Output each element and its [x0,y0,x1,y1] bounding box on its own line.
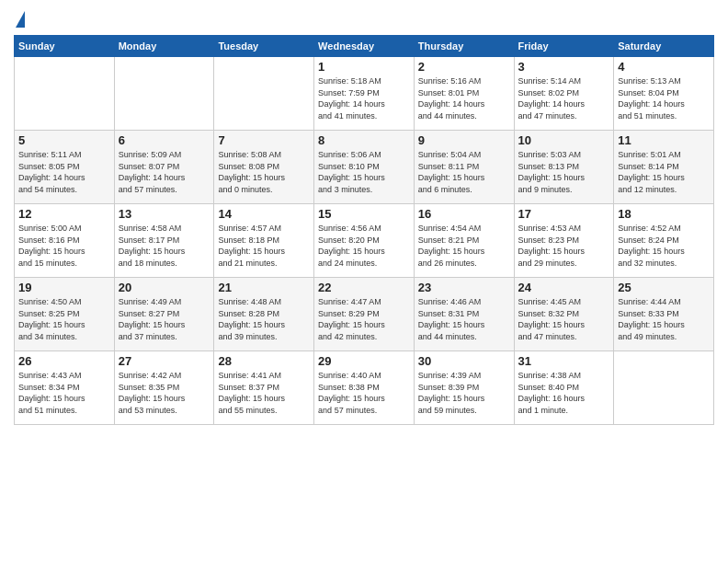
day-number: 6 [119,133,210,147]
day-number: 30 [418,354,510,368]
header-day-tuesday: Tuesday [214,36,314,57]
day-info: Sunrise: 4:49 AM Sunset: 8:27 PM Dayligh… [119,296,210,342]
day-info: Sunrise: 5:03 AM Sunset: 8:13 PM Dayligh… [518,149,610,195]
day-number: 7 [218,133,310,147]
week-row-1: 5Sunrise: 5:11 AM Sunset: 8:05 PM Daylig… [15,131,714,204]
day-number: 14 [218,207,310,221]
week-row-2: 12Sunrise: 5:00 AM Sunset: 8:16 PM Dayli… [15,204,714,278]
calendar-cell: 8Sunrise: 5:06 AM Sunset: 8:10 PM Daylig… [314,131,415,204]
calendar-cell [15,57,115,131]
day-number: 16 [418,207,510,221]
day-number: 12 [18,207,110,221]
header-day-monday: Monday [114,36,214,57]
day-info: Sunrise: 4:41 AM Sunset: 8:37 PM Dayligh… [218,370,310,416]
day-number: 4 [618,60,710,74]
day-info: Sunrise: 5:00 AM Sunset: 8:16 PM Dayligh… [18,223,110,269]
calendar-cell: 4Sunrise: 5:13 AM Sunset: 8:04 PM Daylig… [614,57,714,131]
calendar-cell: 1Sunrise: 5:18 AM Sunset: 7:59 PM Daylig… [314,57,415,131]
day-number: 31 [518,354,610,368]
page: SundayMondayTuesdayWednesdayThursdayFrid… [0,0,728,563]
calendar-cell: 23Sunrise: 4:46 AM Sunset: 8:31 PM Dayli… [414,278,514,351]
day-info: Sunrise: 5:08 AM Sunset: 8:08 PM Dayligh… [218,149,310,195]
day-info: Sunrise: 4:56 AM Sunset: 8:20 PM Dayligh… [318,223,410,269]
day-info: Sunrise: 4:57 AM Sunset: 8:18 PM Dayligh… [218,223,310,269]
day-number: 13 [119,207,210,221]
day-number: 24 [518,281,610,294]
week-row-0: 1Sunrise: 5:18 AM Sunset: 7:59 PM Daylig… [15,57,714,131]
day-number: 29 [318,354,410,368]
day-info: Sunrise: 4:52 AM Sunset: 8:24 PM Dayligh… [618,223,710,269]
calendar-cell: 9Sunrise: 5:04 AM Sunset: 8:11 PM Daylig… [414,131,514,204]
day-number: 8 [318,133,410,147]
calendar-cell: 2Sunrise: 5:16 AM Sunset: 8:01 PM Daylig… [414,57,514,131]
day-info: Sunrise: 4:50 AM Sunset: 8:25 PM Dayligh… [18,296,110,342]
day-number: 17 [518,207,610,221]
header [14,9,714,28]
calendar-cell: 16Sunrise: 4:54 AM Sunset: 8:21 PM Dayli… [414,204,514,278]
calendar-cell: 3Sunrise: 5:14 AM Sunset: 8:02 PM Daylig… [514,57,614,131]
day-info: Sunrise: 4:47 AM Sunset: 8:29 PM Dayligh… [318,296,410,342]
calendar-cell: 18Sunrise: 4:52 AM Sunset: 8:24 PM Dayli… [614,204,714,278]
day-number: 3 [518,60,610,74]
calendar-cell [614,351,714,425]
calendar-header: SundayMondayTuesdayWednesdayThursdayFrid… [15,36,714,57]
calendar-cell: 31Sunrise: 4:38 AM Sunset: 8:40 PM Dayli… [514,351,614,425]
logo-triangle-icon [16,11,25,28]
calendar-cell: 19Sunrise: 4:50 AM Sunset: 8:25 PM Dayli… [15,278,115,351]
calendar-cell [114,57,214,131]
calendar-cell: 29Sunrise: 4:40 AM Sunset: 8:38 PM Dayli… [314,351,415,425]
day-info: Sunrise: 4:39 AM Sunset: 8:39 PM Dayligh… [418,370,510,416]
calendar-cell: 17Sunrise: 4:53 AM Sunset: 8:23 PM Dayli… [514,204,614,278]
calendar-cell: 13Sunrise: 4:58 AM Sunset: 8:17 PM Dayli… [114,204,214,278]
day-info: Sunrise: 4:40 AM Sunset: 8:38 PM Dayligh… [318,370,410,416]
calendar-cell: 30Sunrise: 4:39 AM Sunset: 8:39 PM Dayli… [414,351,514,425]
calendar-cell: 21Sunrise: 4:48 AM Sunset: 8:28 PM Dayli… [214,278,314,351]
day-info: Sunrise: 5:09 AM Sunset: 8:07 PM Dayligh… [119,149,210,195]
day-number: 23 [418,281,510,294]
calendar-cell: 28Sunrise: 4:41 AM Sunset: 8:37 PM Dayli… [214,351,314,425]
day-info: Sunrise: 5:16 AM Sunset: 8:01 PM Dayligh… [418,75,510,121]
day-info: Sunrise: 5:13 AM Sunset: 8:04 PM Dayligh… [618,75,710,121]
day-info: Sunrise: 4:38 AM Sunset: 8:40 PM Dayligh… [518,370,610,416]
day-info: Sunrise: 4:43 AM Sunset: 8:34 PM Dayligh… [18,370,110,416]
header-day-wednesday: Wednesday [314,36,415,57]
day-info: Sunrise: 5:01 AM Sunset: 8:14 PM Dayligh… [618,149,710,195]
day-number: 9 [418,133,510,147]
calendar-table: SundayMondayTuesdayWednesdayThursdayFrid… [14,35,714,425]
day-info: Sunrise: 4:48 AM Sunset: 8:28 PM Dayligh… [218,296,310,342]
day-info: Sunrise: 4:58 AM Sunset: 8:17 PM Dayligh… [119,223,210,269]
day-number: 5 [18,133,110,147]
calendar-cell [214,57,314,131]
calendar-cell: 11Sunrise: 5:01 AM Sunset: 8:14 PM Dayli… [614,131,714,204]
calendar-cell: 22Sunrise: 4:47 AM Sunset: 8:29 PM Dayli… [314,278,415,351]
day-info: Sunrise: 5:14 AM Sunset: 8:02 PM Dayligh… [518,75,610,121]
day-info: Sunrise: 4:54 AM Sunset: 8:21 PM Dayligh… [418,223,510,269]
header-row: SundayMondayTuesdayWednesdayThursdayFrid… [15,36,714,57]
day-number: 19 [18,281,110,294]
day-info: Sunrise: 5:18 AM Sunset: 7:59 PM Dayligh… [318,75,410,121]
day-number: 15 [318,207,410,221]
day-info: Sunrise: 4:44 AM Sunset: 8:33 PM Dayligh… [618,296,710,342]
week-row-3: 19Sunrise: 4:50 AM Sunset: 8:25 PM Dayli… [15,278,714,351]
calendar-cell: 15Sunrise: 4:56 AM Sunset: 8:20 PM Dayli… [314,204,415,278]
day-number: 20 [119,281,210,294]
day-info: Sunrise: 4:42 AM Sunset: 8:35 PM Dayligh… [119,370,210,416]
day-info: Sunrise: 4:46 AM Sunset: 8:31 PM Dayligh… [418,296,510,342]
day-number: 27 [119,354,210,368]
header-day-saturday: Saturday [614,36,714,57]
day-number: 26 [18,354,110,368]
week-row-4: 26Sunrise: 4:43 AM Sunset: 8:34 PM Dayli… [15,351,714,425]
calendar-cell: 27Sunrise: 4:42 AM Sunset: 8:35 PM Dayli… [114,351,214,425]
calendar-cell: 7Sunrise: 5:08 AM Sunset: 8:08 PM Daylig… [214,131,314,204]
calendar-body: 1Sunrise: 5:18 AM Sunset: 7:59 PM Daylig… [15,57,714,425]
day-info: Sunrise: 5:11 AM Sunset: 8:05 PM Dayligh… [18,149,110,195]
day-info: Sunrise: 5:06 AM Sunset: 8:10 PM Dayligh… [318,149,410,195]
day-info: Sunrise: 4:53 AM Sunset: 8:23 PM Dayligh… [518,223,610,269]
calendar-cell: 10Sunrise: 5:03 AM Sunset: 8:13 PM Dayli… [514,131,614,204]
logo [14,9,25,28]
calendar-cell: 14Sunrise: 4:57 AM Sunset: 8:18 PM Dayli… [214,204,314,278]
header-day-friday: Friday [514,36,614,57]
header-day-sunday: Sunday [15,36,115,57]
header-day-thursday: Thursday [414,36,514,57]
calendar-cell: 6Sunrise: 5:09 AM Sunset: 8:07 PM Daylig… [114,131,214,204]
